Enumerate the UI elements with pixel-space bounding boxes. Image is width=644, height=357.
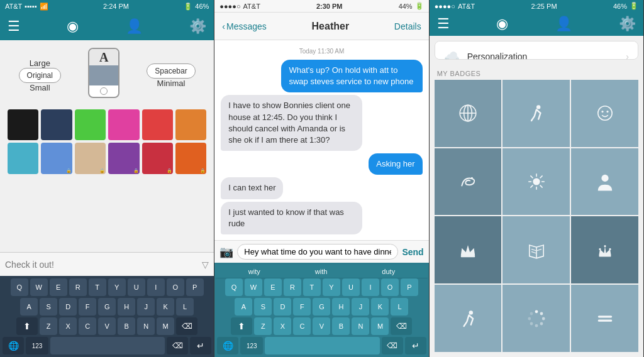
input-bar-1[interactable]: ▽ bbox=[0, 252, 214, 276]
menu-icon-3[interactable]: ☰ bbox=[437, 16, 450, 32]
teal-key-a[interactable]: A bbox=[235, 298, 252, 316]
color-swatch-pink[interactable] bbox=[108, 109, 139, 140]
teal-key-j[interactable]: J bbox=[352, 298, 369, 316]
key-j[interactable]: J bbox=[137, 298, 155, 316]
teal-key-s[interactable]: S bbox=[254, 298, 272, 316]
teal-key-m[interactable]: M bbox=[371, 317, 389, 335]
teal-keyboard[interactable]: wity with duty Q W E R T Y U I O P A S D… bbox=[214, 263, 428, 357]
teal-key-o[interactable]: O bbox=[381, 278, 399, 296]
key-r[interactable]: R bbox=[69, 278, 87, 296]
size-original-btn[interactable]: Original bbox=[19, 68, 61, 83]
badge-book[interactable] bbox=[502, 216, 570, 283]
teal-space-key[interactable] bbox=[265, 337, 379, 354]
key-d[interactable]: D bbox=[59, 298, 77, 316]
teal-key-v[interactable]: V bbox=[313, 317, 330, 335]
keyboard-input[interactable] bbox=[5, 260, 198, 270]
key-c[interactable]: C bbox=[79, 317, 96, 335]
key-y[interactable]: Y bbox=[108, 278, 126, 296]
teal-delete-key[interactable]: ⌫ bbox=[391, 317, 412, 335]
teal-key-i[interactable]: I bbox=[362, 278, 379, 296]
teal-emoji-key[interactable]: 🌐 bbox=[217, 337, 238, 354]
key-e[interactable]: E bbox=[50, 278, 67, 296]
badge-crown1[interactable] bbox=[435, 216, 502, 283]
teal-key-r[interactable]: R bbox=[284, 278, 301, 296]
key-a[interactable]: A bbox=[20, 298, 38, 316]
delete-key[interactable]: ⌫ bbox=[176, 317, 197, 335]
settings-icon-1[interactable]: ⚙️ bbox=[189, 18, 206, 35]
color-swatch-navy[interactable] bbox=[41, 109, 72, 140]
teal-key-k[interactable]: K bbox=[371, 298, 389, 316]
key-h[interactable]: H bbox=[118, 298, 135, 316]
suggestion-2[interactable]: with bbox=[315, 268, 328, 275]
badge-sun[interactable] bbox=[502, 148, 570, 216]
details-button[interactable]: Details bbox=[394, 21, 421, 31]
key-n[interactable]: N bbox=[137, 317, 155, 335]
camera-icon[interactable]: 📷 bbox=[219, 245, 233, 259]
shift-key[interactable]: ⬆ bbox=[16, 317, 38, 335]
teal-return-key[interactable]: ↵ bbox=[405, 337, 426, 354]
badge-smile[interactable] bbox=[571, 80, 638, 147]
key-p[interactable]: P bbox=[186, 278, 204, 296]
spacebar-btn[interactable]: Spacebar bbox=[147, 63, 195, 79]
color-swatch-blue[interactable] bbox=[41, 143, 72, 173]
key-s[interactable]: S bbox=[40, 298, 57, 316]
teal-key-z[interactable]: Z bbox=[254, 317, 272, 335]
color-swatch-red[interactable] bbox=[142, 109, 173, 140]
key-i[interactable]: I bbox=[147, 278, 165, 296]
badge-lines[interactable] bbox=[571, 285, 638, 352]
key-o[interactable]: O bbox=[167, 278, 184, 296]
color-swatch-burnt[interactable] bbox=[175, 143, 206, 173]
color-swatch-purple[interactable] bbox=[108, 143, 139, 173]
teal-key-y[interactable]: Y bbox=[323, 278, 340, 296]
key-t[interactable]: T bbox=[89, 278, 106, 296]
teal-key-n[interactable]: N bbox=[352, 317, 369, 335]
teal-key-c[interactable]: C bbox=[293, 317, 311, 335]
color-swatch-tan[interactable] bbox=[75, 143, 106, 173]
key-l[interactable]: L bbox=[176, 298, 194, 316]
color-swatch-teal[interactable] bbox=[8, 143, 38, 173]
teal-key-g[interactable]: G bbox=[313, 298, 330, 316]
suggestion-1[interactable]: wity bbox=[248, 268, 260, 275]
teal-key-b[interactable]: B bbox=[332, 317, 350, 335]
key-k[interactable]: K bbox=[157, 298, 174, 316]
teal-key-w[interactable]: W bbox=[245, 278, 262, 296]
user-icon-3[interactable]: 👤 bbox=[555, 16, 572, 32]
emoji-key[interactable]: 🌐 bbox=[3, 337, 24, 354]
key-q[interactable]: Q bbox=[11, 278, 28, 296]
badge-globe[interactable] bbox=[435, 80, 502, 147]
color-swatch-orange[interactable] bbox=[175, 109, 206, 140]
teal-key-u[interactable]: U bbox=[342, 278, 360, 296]
back-button[interactable]: ‹ Messages bbox=[222, 21, 266, 31]
badge-run2[interactable] bbox=[435, 285, 502, 352]
num-key[interactable]: 123 bbox=[26, 337, 48, 354]
menu-icon-1[interactable]: ☰ bbox=[8, 18, 20, 35]
badge-run[interactable] bbox=[502, 80, 570, 147]
badge-crown2[interactable] bbox=[571, 216, 638, 283]
teal-key-x[interactable]: X bbox=[274, 317, 291, 335]
key-v[interactable]: V bbox=[98, 317, 116, 335]
user-icon-1[interactable]: 👤 bbox=[126, 18, 143, 35]
key-w[interactable]: W bbox=[30, 278, 48, 296]
teal-key-d[interactable]: D bbox=[274, 298, 291, 316]
settings-icon-3[interactable]: ⚙️ bbox=[619, 16, 636, 32]
teal-key-p[interactable]: P bbox=[401, 278, 418, 296]
teal-key-e[interactable]: E bbox=[264, 278, 282, 296]
teal-key-l[interactable]: L bbox=[391, 298, 408, 316]
teal-key-q[interactable]: Q bbox=[225, 278, 243, 296]
key-m[interactable]: M bbox=[157, 317, 174, 335]
compose-input[interactable] bbox=[237, 244, 398, 260]
teal-key-t[interactable]: T bbox=[303, 278, 321, 296]
teal-shift-key[interactable]: ⬆ bbox=[231, 317, 252, 335]
personalization-item[interactable]: ☁️ Personalization › bbox=[435, 41, 638, 60]
color-swatch-black[interactable] bbox=[8, 109, 38, 140]
teal-key-h[interactable]: H bbox=[332, 298, 350, 316]
teal-backspace-key[interactable]: ⌫ bbox=[382, 337, 403, 354]
return-key[interactable]: ↵ bbox=[190, 337, 211, 354]
badge-person[interactable] bbox=[571, 148, 638, 216]
send-button[interactable]: Send bbox=[402, 247, 423, 257]
badge-circles[interactable] bbox=[502, 285, 570, 352]
teal-key-f[interactable]: F bbox=[293, 298, 311, 316]
teal-num-key[interactable]: 123 bbox=[240, 337, 263, 354]
space-key[interactable] bbox=[50, 337, 165, 354]
dark-keyboard[interactable]: Q W E R T Y U I O P A S D F G H J K L ⬆ … bbox=[0, 276, 214, 357]
